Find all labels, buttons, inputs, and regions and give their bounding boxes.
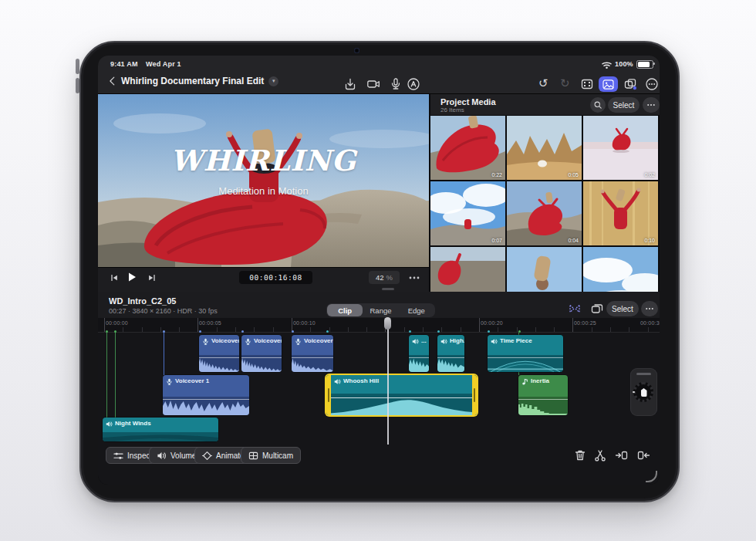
media-browser-button[interactable]: [599, 76, 618, 92]
front-camera: [354, 48, 359, 53]
media-select-button[interactable]: Select: [608, 97, 640, 113]
media-thumbnail[interactable]: 0:07: [430, 181, 505, 245]
clip-label: Time Piece: [500, 337, 532, 344]
share-import-icon[interactable]: [343, 77, 357, 91]
play-button[interactable]: [126, 271, 138, 283]
media-thumbnail[interactable]: [583, 247, 658, 292]
clip-label: Voiceover 2: [211, 337, 239, 344]
status-time: 9:41 AM: [110, 60, 138, 68]
media-search-button[interactable]: [590, 97, 606, 113]
ipad-volume-up-button[interactable]: [76, 59, 79, 74]
clip-label: Night Winds: [115, 420, 151, 427]
playhead-line[interactable]: [387, 318, 389, 445]
connection-stem: [106, 333, 107, 418]
speaker-icon: [491, 338, 498, 345]
chevron-down-icon[interactable]: ▾: [268, 76, 278, 86]
timeline-clip-selected[interactable]: Whoosh Hill: [326, 375, 477, 415]
media-more-button[interactable]: [643, 97, 660, 113]
search-icon: [593, 100, 602, 110]
more-icon[interactable]: [645, 77, 659, 91]
jog-grip[interactable]: [636, 373, 651, 375]
zoom-level-control[interactable]: 42 %: [369, 271, 400, 284]
marker-dot: [292, 330, 294, 333]
ellipsis-icon: [645, 306, 654, 312]
next-frame-button[interactable]: [147, 273, 157, 282]
marker-dot: [488, 330, 490, 333]
media-thumbnail[interactable]: 0:10: [583, 181, 658, 245]
clip-label: Voiceover 1: [175, 377, 209, 384]
playhead-handle[interactable]: [384, 317, 391, 330]
timeline-clip[interactable]: Night Winds: [103, 418, 218, 441]
viewer-more-icon[interactable]: [408, 275, 420, 281]
mic-icon: [166, 378, 173, 385]
viewer[interactable]: WHIRLING Meditation in Motion: [98, 94, 429, 267]
thumb-image: [430, 247, 505, 292]
timeline-clip[interactable]: ...: [409, 335, 429, 372]
timeline-clip[interactable]: Inertia: [518, 375, 568, 415]
mode-clip[interactable]: Clip: [327, 304, 363, 316]
multicam-grid-icon: [248, 451, 258, 461]
overlapping-frames-icon[interactable]: [590, 302, 604, 316]
edit-mode-segmented-control: Clip Range Edge: [326, 303, 435, 317]
previous-frame-button[interactable]: [110, 273, 119, 282]
timeline-clip[interactable]: Time Piece: [488, 335, 563, 372]
timecode-display[interactable]: 00:00:16:08: [239, 271, 312, 284]
thumb-image: [507, 181, 582, 245]
status-date: Wed Apr 1: [146, 60, 181, 68]
thumb-duration: 0:02: [644, 172, 655, 178]
trim-handle-left[interactable]: [326, 375, 331, 415]
marker-dot: [437, 330, 440, 333]
marker-dot: [409, 330, 411, 333]
speaker-icon: [440, 338, 447, 345]
project-title-group[interactable]: Whirling Documentary Final Edit ▾: [121, 76, 278, 86]
timeline-clip[interactable]: High...: [437, 335, 464, 372]
redo-icon[interactable]: ↻: [560, 77, 570, 89]
jog-wheel[interactable]: [630, 368, 657, 416]
panel-resize-handle[interactable]: [382, 288, 394, 290]
mode-edge[interactable]: Edge: [399, 304, 434, 316]
clip-label: Whoosh Hill: [343, 377, 379, 384]
media-thumbnail[interactable]: [430, 247, 505, 292]
thumb-image: [507, 247, 582, 292]
thumb-duration: 0:04: [568, 238, 579, 243]
timeline-more-button[interactable]: [641, 301, 658, 316]
mode-range[interactable]: Range: [363, 304, 398, 316]
ruler-label: 00:00:30: [640, 320, 660, 326]
viewer-options-icon[interactable]: [580, 77, 594, 91]
clip-label: Inertia: [531, 377, 549, 384]
connect-clips-icon[interactable]: [568, 302, 582, 316]
overwrite-insert-icon[interactable]: [615, 448, 629, 462]
multicam-button[interactable]: Multicam: [241, 447, 301, 464]
timeline-clip[interactable]: Voiceover 3: [292, 335, 333, 372]
back-button[interactable]: [106, 75, 119, 87]
draw-pencil-icon[interactable]: [407, 77, 420, 91]
timeline-clip[interactable]: Voiceover 2: [241, 335, 282, 372]
timeline-clip[interactable]: Voiceover 1: [163, 375, 249, 415]
delete-icon[interactable]: [573, 448, 587, 462]
media-thumbnail[interactable]: 0:04: [507, 181, 582, 245]
connection-stem: [164, 333, 164, 375]
marker-dot: [199, 330, 201, 333]
ruler-label: 00:00:25: [574, 320, 596, 326]
timeline-clip[interactable]: Voiceover 2: [199, 335, 239, 372]
trim-handle-right[interactable]: [472, 375, 477, 415]
wifi-icon: [602, 61, 612, 69]
mic-icon: [245, 338, 251, 345]
paste-layers-icon[interactable]: [623, 77, 637, 91]
speaker-icon: [106, 421, 113, 428]
microphone-icon[interactable]: [389, 77, 403, 91]
timeline-select-button[interactable]: Select: [606, 301, 639, 316]
zoom-unit: %: [386, 273, 393, 282]
ellipsis-icon: [646, 102, 656, 108]
media-thumbnail[interactable]: 0:22: [430, 116, 505, 180]
page-title: Whirling Documentary Final Edit: [121, 76, 264, 86]
camera-icon[interactable]: [366, 77, 380, 91]
viewer-overlay-subtitle: Meditation in Motion: [98, 185, 429, 197]
blade-scissors-icon[interactable]: [593, 448, 607, 462]
append-insert-icon[interactable]: [636, 448, 650, 462]
media-thumbnail[interactable]: 0:05: [507, 116, 582, 180]
screen: 9:41 AM Wed Apr 1 100% Whirling Document…: [98, 56, 660, 485]
media-thumbnail[interactable]: 0:02: [583, 116, 658, 180]
media-thumbnail[interactable]: [507, 247, 582, 292]
undo-icon[interactable]: ↺: [538, 77, 548, 89]
